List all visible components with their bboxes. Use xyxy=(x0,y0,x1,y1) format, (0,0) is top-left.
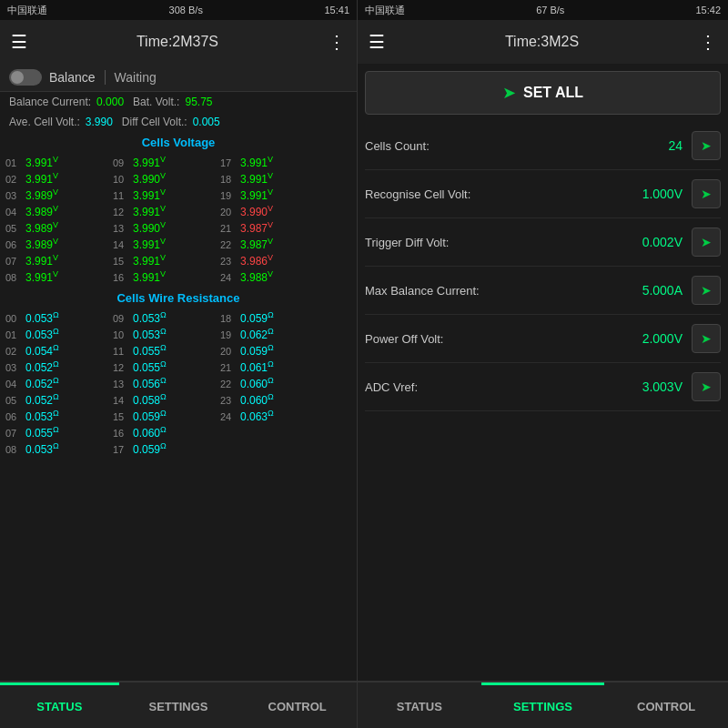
setting-label: Power Off Volt: xyxy=(365,332,619,346)
cell-voltage-item: 043.989V xyxy=(5,204,106,218)
cell-voltage-item: 203.990V xyxy=(220,204,320,218)
setting-row: ADC Vref: 3.003V ➤ xyxy=(365,363,721,411)
right-nav-control[interactable]: CONTROL xyxy=(604,682,728,728)
setting-row: Cells Count: 24 ➤ xyxy=(365,122,721,170)
left-nav-settings[interactable]: SETTINGS xyxy=(119,682,238,728)
setting-value: 3.003V xyxy=(619,379,682,394)
cell-voltage-item: 013.991V xyxy=(5,155,106,169)
cell-voltage-item: 243.988V xyxy=(220,269,320,284)
setting-send-button-5[interactable]: ➤ xyxy=(692,372,721,401)
setting-send-button-2[interactable]: ➤ xyxy=(692,228,721,257)
cells-voltage-row: 053.989V133.990V213.987V xyxy=(5,220,351,235)
cells-voltage-row: 023.991V103.990V183.991V xyxy=(5,171,351,186)
diff-cell-val: 0.005 xyxy=(193,116,220,128)
cell-voltage-item: 023.991V xyxy=(5,171,106,186)
left-scroll-area: 013.991V093.991V173.991V023.991V103.990V… xyxy=(0,153,357,681)
cells-wire-row: 040.052Ω130.056Ω220.060Ω xyxy=(5,376,351,390)
right-hamburger-icon[interactable]: ☰ xyxy=(369,31,385,53)
cell-voltage-item: 123.991V xyxy=(113,204,213,218)
cell-voltage-item: 063.989V xyxy=(5,237,106,251)
left-balance-bar: Balance Waiting xyxy=(0,64,357,92)
cell-wire-item: 110.055Ω xyxy=(113,343,213,358)
cell-wire-item: 160.060Ω xyxy=(113,425,213,440)
cells-wire-row: 010.053Ω100.053Ω190.062Ω xyxy=(5,327,351,341)
set-all-button[interactable]: ➤ SET ALL xyxy=(365,71,721,115)
cell-wire-item: 010.053Ω xyxy=(5,327,106,341)
right-time: 15:42 xyxy=(695,5,721,15)
set-all-label: SET ALL xyxy=(523,85,583,101)
cell-wire-item: 150.059Ω xyxy=(113,409,213,423)
cell-wire-item: 200.059Ω xyxy=(220,343,320,358)
left-nav-control[interactable]: CONTROL xyxy=(238,682,357,728)
cell-wire-item: 050.052Ω xyxy=(5,392,106,407)
waiting-label: Waiting xyxy=(105,70,157,85)
ave-cell-val: 3.990 xyxy=(86,116,113,128)
balance-current-label: Balance Current: xyxy=(9,96,91,108)
cell-voltage-item: 133.990V xyxy=(113,220,213,235)
cell-voltage-item: 213.987V xyxy=(220,220,320,235)
right-bottom-nav: STATUS SETTINGS CONTROL xyxy=(358,681,728,728)
left-carrier: 中国联通 xyxy=(7,4,47,17)
cell-voltage-item: 193.991V xyxy=(220,187,320,202)
settings-list: Cells Count: 24 ➤ Recognise Cell Volt: 1… xyxy=(358,122,728,681)
right-speed: 67 B/s xyxy=(536,5,564,15)
setting-row: Recognise Cell Volt: 1.000V ➤ xyxy=(365,170,721,218)
left-panel: 中国联通 308 B/s 15:41 ☰ Time:2M37S ⋮ Balanc… xyxy=(0,0,358,728)
cell-wire-item: 080.053Ω xyxy=(5,441,106,456)
setting-row: Max Balance Current: 5.000A ➤ xyxy=(365,267,721,315)
cells-voltage-row: 063.989V143.991V223.987V xyxy=(5,237,351,251)
cells-wire-row: 030.052Ω120.055Ω210.061Ω xyxy=(5,359,351,374)
cell-wire-item: 030.052Ω xyxy=(5,359,106,374)
setting-send-button-3[interactable]: ➤ xyxy=(692,276,721,305)
bat-volt-val: 95.75 xyxy=(185,96,212,108)
cells-wire-row: 060.053Ω150.059Ω240.063Ω xyxy=(5,409,351,423)
cell-wire-item: 240.063Ω xyxy=(220,409,320,423)
setting-label: Max Balance Current: xyxy=(365,284,619,298)
left-speed: 308 B/s xyxy=(169,5,203,15)
cell-voltage-item: 173.991V xyxy=(220,155,320,169)
cell-voltage-item: 233.986V xyxy=(220,253,320,268)
cell-voltage-item: 083.991V xyxy=(5,269,106,284)
cell-wire-item: 090.053Ω xyxy=(113,310,213,325)
balance-toggle[interactable] xyxy=(9,69,42,86)
left-nav-status[interactable]: STATUS xyxy=(0,682,119,728)
setting-label: Trigger Diff Volt: xyxy=(365,236,619,249)
left-hamburger-icon[interactable]: ☰ xyxy=(11,31,27,53)
cells-voltage-header: Cells Voltage xyxy=(0,132,357,153)
setting-send-button-4[interactable]: ➤ xyxy=(692,324,721,353)
cells-voltage-row: 073.991V153.991V233.986V xyxy=(5,253,351,268)
set-all-arrow-icon: ➤ xyxy=(502,83,516,103)
setting-value: 0.002V xyxy=(619,235,682,249)
cell-wire-item: 060.053Ω xyxy=(5,409,106,423)
cell-wire-item: 190.062Ω xyxy=(220,327,320,341)
setting-send-button-1[interactable]: ➤ xyxy=(692,179,721,208)
left-dots-icon[interactable]: ⋮ xyxy=(328,31,346,53)
cell-wire-item: 170.059Ω xyxy=(113,441,213,456)
right-nav-status[interactable]: STATUS xyxy=(358,682,481,728)
cell-wire-item: 130.056Ω xyxy=(113,376,213,390)
cells-wire-row: 050.052Ω140.058Ω230.060Ω xyxy=(5,392,351,407)
cells-voltage-grid: 013.991V093.991V173.991V023.991V103.990V… xyxy=(0,153,357,288)
cells-wire-row: 070.055Ω160.060Ω xyxy=(5,425,351,440)
right-panel: 中国联通 67 B/s 15:42 ☰ Time:3M2S ⋮ ➤ SET AL… xyxy=(358,0,728,728)
cell-voltage-item: 113.991V xyxy=(113,187,213,202)
setting-value: 24 xyxy=(619,138,682,153)
cell-voltage-item: 183.991V xyxy=(220,171,320,186)
right-title: Time:3M2S xyxy=(505,34,579,50)
cell-wire-item: 020.054Ω xyxy=(5,343,106,358)
left-status-bar: 中国联通 308 B/s 15:41 xyxy=(0,0,357,20)
info-row2: Ave. Cell Volt.: 3.990 Diff Cell Volt.: … xyxy=(0,112,357,132)
cell-voltage-item: 073.991V xyxy=(5,253,106,268)
cells-wire-row: 020.054Ω110.055Ω200.059Ω xyxy=(5,343,351,358)
right-dots-icon[interactable]: ⋮ xyxy=(699,31,717,53)
left-top-bar: ☰ Time:2M37S ⋮ xyxy=(0,20,357,64)
left-time: 15:41 xyxy=(324,5,349,15)
setting-send-button-0[interactable]: ➤ xyxy=(692,131,721,160)
cell-wire-item: 230.060Ω xyxy=(220,392,320,407)
left-title: Time:2M37S xyxy=(136,34,218,50)
right-status-bar: 中国联通 67 B/s 15:42 xyxy=(358,0,728,20)
right-nav-settings[interactable]: SETTINGS xyxy=(481,682,605,728)
setting-label: ADC Vref: xyxy=(365,380,619,394)
cells-voltage-row: 033.989V113.991V193.991V xyxy=(5,187,351,202)
cell-voltage-item: 143.991V xyxy=(113,237,213,251)
